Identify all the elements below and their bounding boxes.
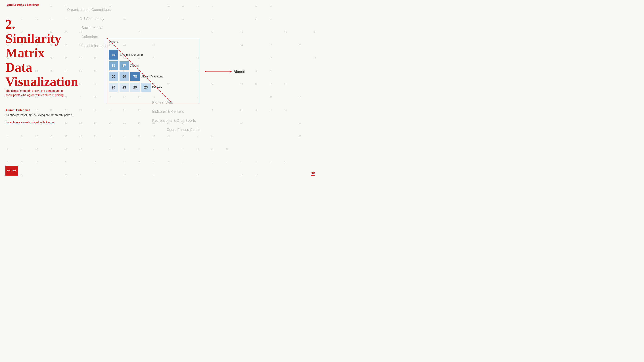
row-label-parents: Parents	[152, 86, 162, 89]
bg-label-du-community: DU Community	[80, 17, 104, 21]
cell-4-2: 29	[130, 83, 140, 92]
bg-label-rec-sports: Recreational & Club Sports	[152, 119, 196, 123]
row-label-alumni: Alumni	[130, 64, 139, 67]
cell-3-1: 50	[120, 72, 129, 81]
svg-line-0	[107, 38, 172, 103]
cell-2-1: 57	[120, 61, 129, 70]
footer-logo: 100YRS	[6, 166, 18, 176]
matrix-row-3: 50 50 78 Alumni Magazine	[109, 72, 164, 81]
similarity-matrix: Donors 79 Giving & Donation 61 57 Alumni…	[89, 34, 219, 118]
cell-3-0: 50	[109, 72, 118, 81]
matrix-row-4: 20 23 29 25 Parents	[109, 83, 162, 92]
cell-1-0: 79	[109, 50, 118, 59]
cell-4-0: 20	[109, 83, 118, 92]
alumni-outcomes-text1: As anticipated Alumni & Giving are inher…	[6, 113, 74, 117]
header-title: Card Exercise & Learnings	[7, 3, 39, 6]
alumni-outcomes-section: Alumni Outcomes As anticipated Alumni & …	[6, 109, 74, 124]
arrow-line	[206, 71, 230, 72]
main-title: 2. Similarity Matrix Data Visualization	[6, 17, 71, 89]
description-text: The similarity matrix shows the percenta…	[6, 89, 72, 97]
matrix-row-2: 61 57 Alumni	[109, 61, 139, 70]
bg-label-coors: Coors Fitness Center	[166, 128, 201, 132]
footer-page-underline	[311, 175, 315, 176]
footer-page-number: 49	[311, 171, 315, 176]
row-label-alumni-mag: Alumni Magazine	[141, 75, 164, 78]
alumni-outcomes-text2: Parents are closely paired with Alumni.	[6, 120, 74, 124]
matrix-diagonal-line	[107, 38, 172, 103]
row-label-donors: Donors	[109, 40, 118, 43]
cell-4-3: 25	[141, 83, 151, 92]
cell-4-1: 23	[120, 83, 129, 92]
alumni-outcomes-title: Alumni Outcomes	[6, 109, 74, 112]
bg-label-org-committees: Organizational Committees	[67, 7, 111, 12]
alumni-arrow-label: Alumni	[234, 70, 245, 73]
matrix-row-1: 79 Giving & Donation	[109, 50, 143, 59]
row-label-giving: Giving & Donation	[120, 53, 143, 56]
cell-3-2: 78	[130, 72, 140, 81]
cell-2-0: 61	[109, 61, 118, 70]
arrow-head	[230, 70, 232, 73]
arrow-start-dot	[205, 71, 206, 72]
alumni-arrow: Alumni	[205, 70, 245, 73]
footer-logo-text: 100YRS	[7, 169, 17, 172]
page-header: Card Exercise & Learnings	[7, 3, 39, 6]
bg-label-social-media: Social Media	[82, 26, 102, 30]
